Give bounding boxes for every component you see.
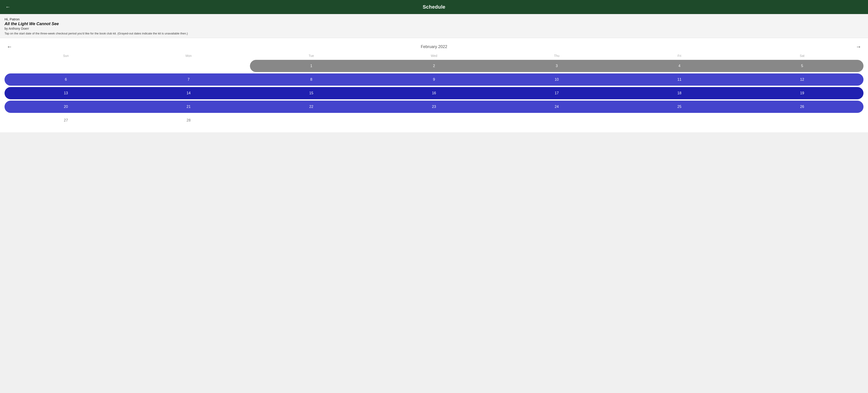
day-10[interactable]: 10	[495, 74, 618, 86]
day-22[interactable]: 22	[250, 101, 373, 113]
day-4[interactable]: 4	[618, 60, 741, 72]
day-2[interactable]: 2	[373, 60, 495, 72]
empty-wed-5	[373, 114, 495, 127]
day-20[interactable]: 20	[4, 101, 127, 113]
day-1[interactable]: 1	[250, 60, 373, 72]
day-8[interactable]: 8	[250, 74, 373, 86]
empty-sun-1	[4, 60, 127, 72]
day-14[interactable]: 14	[127, 87, 250, 99]
next-month-button[interactable]: →	[854, 43, 864, 51]
empty-fri-5	[618, 114, 741, 127]
day-headers: Sun Mon Tue Wed Thu Fri Sat	[4, 53, 864, 60]
day-15[interactable]: 15	[250, 87, 373, 99]
day-12[interactable]: 12	[741, 74, 864, 86]
header: ← Schedule	[0, 0, 868, 14]
day-23[interactable]: 23	[373, 101, 495, 113]
header-fri: Fri	[618, 53, 741, 60]
prev-month-button[interactable]: ←	[4, 43, 14, 51]
page-title: Schedule	[423, 4, 445, 10]
header-wed: Wed	[373, 53, 495, 60]
day-17[interactable]: 17	[495, 87, 618, 99]
month-label: February 2022	[421, 45, 447, 49]
day-26[interactable]: 26	[741, 101, 864, 113]
week-row-4: 20 21 22 23 24 25 26	[4, 101, 864, 113]
week-row-5: 27 28	[4, 114, 864, 127]
gray-week-group: 1 2 3 4 5	[250, 60, 864, 72]
empty-thu-5	[495, 114, 618, 127]
header-mon: Mon	[127, 53, 250, 60]
day-28[interactable]: 28	[127, 114, 250, 127]
greeting-text: Hi, Patron	[4, 17, 864, 21]
empty-mon-1	[127, 60, 250, 72]
day-27[interactable]: 27	[4, 114, 127, 127]
header-tue: Tue	[250, 53, 373, 60]
day-18[interactable]: 18	[618, 87, 741, 99]
week-row-3: 13 14 15 16 17 18 19	[4, 87, 864, 99]
header-thu: Thu	[495, 53, 618, 60]
day-21[interactable]: 21	[127, 101, 250, 113]
day-3[interactable]: 3	[495, 60, 618, 72]
week-row-2: 6 7 8 9 10 11 12	[4, 74, 864, 86]
week-row-1: 1 2 3 4 5	[4, 60, 864, 72]
day-25[interactable]: 25	[618, 101, 741, 113]
day-24[interactable]: 24	[495, 101, 618, 113]
instruction-text: Tap on the start date of the three-week …	[4, 32, 864, 35]
day-7[interactable]: 7	[127, 74, 250, 86]
info-section: Hi, Patron All the Light We Cannot See b…	[0, 14, 868, 38]
day-9[interactable]: 9	[373, 74, 495, 86]
calendar-nav: ← February 2022 →	[4, 40, 864, 53]
header-sun: Sun	[4, 53, 127, 60]
empty-tue-5	[250, 114, 373, 127]
day-5[interactable]: 5	[741, 60, 864, 72]
back-button[interactable]: ←	[5, 4, 10, 10]
book-author: by Anthony Doerr	[4, 27, 864, 30]
header-sat: Sat	[741, 53, 864, 60]
book-title: All the Light We Cannot See	[4, 22, 864, 26]
day-6[interactable]: 6	[4, 74, 127, 86]
calendar: ← February 2022 → Sun Mon Tue Wed Thu Fr…	[0, 38, 868, 132]
day-13[interactable]: 13	[4, 87, 127, 99]
day-16[interactable]: 16	[373, 87, 495, 99]
empty-sat-5	[741, 114, 864, 127]
day-19[interactable]: 19	[741, 87, 864, 99]
day-11[interactable]: 11	[618, 74, 741, 86]
